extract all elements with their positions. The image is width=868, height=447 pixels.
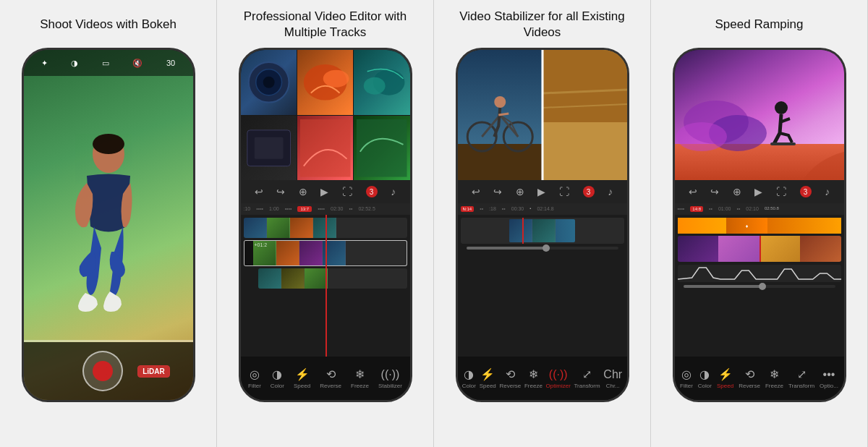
stab-tool-freeze[interactable]: ❄ Freeze <box>524 367 542 389</box>
stab-toolbar: ◑ Color ⚡ Speed ⟲ Reverse ❄ Freeze ((·)) <box>458 357 627 400</box>
panel-stabilizer-title: Video Stabilizer for all Existing Videos <box>440 9 644 41</box>
speed-add-icon[interactable]: ⊕ <box>733 186 741 197</box>
speed-tool-reverse[interactable]: ⟲ Reverse <box>739 367 760 389</box>
speed-tool-color[interactable]: ◑ Color <box>698 367 712 389</box>
speed-tool-transform[interactable]: ⤢ Transform <box>788 367 814 389</box>
speed-music-icon[interactable]: ♪ <box>825 186 830 197</box>
tool-reverse[interactable]: ⟲ Reverse <box>320 367 341 389</box>
speed-transform-icon: ⤢ <box>797 367 807 381</box>
speed-preview <box>675 50 844 180</box>
stab-undo-icon[interactable]: ↩ <box>472 186 480 197</box>
speed-filter-label: Filter <box>680 383 693 389</box>
stab-progress-fill <box>467 247 550 250</box>
thumb-5 <box>297 116 353 181</box>
stab-tool-reverse[interactable]: ⟲ Reverse <box>499 367 521 389</box>
tool-filter[interactable]: ◎ Filter <box>248 367 261 389</box>
stab-progress-handle[interactable] <box>542 244 550 252</box>
speed-timeline-ruler: •••• 14:8 ••01:00•• 02:1002:50.8 <box>675 203 844 215</box>
frame-number: 30 <box>166 59 175 67</box>
clip-thumb-3 <box>290 218 313 238</box>
stab-tool-chroma[interactable]: Chr Chr... <box>603 368 622 389</box>
speed-transform-label: Transform <box>788 383 814 389</box>
badge-icon: 3 <box>366 186 378 197</box>
stabilizer-timeline <box>458 215 627 357</box>
stab-tool-transform[interactable]: ⤢ Transform <box>574 367 600 389</box>
clip-thumb-4 <box>313 218 336 238</box>
speed-preview-svg <box>675 50 844 180</box>
stab-clip-thumb-1 <box>509 219 532 242</box>
play-icon[interactable]: ▶ <box>320 186 328 197</box>
speed-tool-speed[interactable]: ⚡ Speed <box>717 367 733 389</box>
speed-video-track <box>678 236 841 262</box>
stab-redo-icon[interactable]: ↪ <box>493 186 502 197</box>
stabilizer-screen: ↩ ↪ ⊕ ▶ ⛶ 3 ♪ N:14 ••:18••00:30 •02:14.8 <box>458 50 627 400</box>
fullscreen-icon[interactable]: ⛶ <box>342 186 352 197</box>
phone-frame-stabilizer: ↩ ↪ ⊕ ▶ ⛶ 3 ♪ N:14 ••:18••00:30 •02:14.8 <box>456 48 629 402</box>
svg-point-8 <box>364 77 386 95</box>
speed-tool-options[interactable]: ••• Optio... <box>820 368 838 389</box>
thumb-3 <box>354 50 409 115</box>
stab-fullscreen-icon[interactable]: ⛶ <box>559 186 569 197</box>
panel-camera-title: Shoot Videos with Bokeh <box>40 9 176 41</box>
stab-clip-thumb-2 <box>532 219 556 242</box>
tool-color[interactable]: ◑ Color <box>271 367 284 389</box>
speed-speed-icon: ⚡ <box>718 367 733 381</box>
thumb-2 <box>297 50 353 115</box>
music-icon[interactable]: ♪ <box>391 186 396 197</box>
clip-thumb-7 <box>299 241 323 265</box>
stop-icon <box>98 367 107 375</box>
person-silhouette <box>58 132 159 342</box>
speed-progress-handle[interactable] <box>759 283 766 290</box>
svg-point-30 <box>676 122 727 151</box>
camera-toolbar: ✦ ◑ ▭ 🔇 30 <box>24 50 193 76</box>
stab-clip-1 <box>509 219 574 242</box>
add-icon[interactable]: ⊕ <box>299 186 307 197</box>
tool-stabilizer[interactable]: ((·)) Stabilizer <box>378 368 402 389</box>
speed-color-icon: ◑ <box>699 367 710 381</box>
clip-thumb-2 <box>267 218 290 238</box>
speed-freeze-label: Freeze <box>765 383 783 389</box>
stab-tool-optimizer[interactable]: ((·)) Optimizer <box>546 368 571 389</box>
tool-freeze[interactable]: ❄ Freeze <box>351 367 369 389</box>
reverse-label: Reverse <box>320 383 341 389</box>
stab-add-icon[interactable]: ⊕ <box>516 186 524 197</box>
speed-tool-filter[interactable]: ◎ Filter <box>680 367 693 389</box>
svg-rect-27 <box>770 142 796 145</box>
stab-progress-bar <box>467 247 618 250</box>
stab-playhead <box>522 218 524 244</box>
tool-speed[interactable]: ⚡ Speed <box>294 367 310 389</box>
speed-play-icon[interactable]: ▶ <box>754 186 762 197</box>
stab-play-icon[interactable]: ▶ <box>537 186 545 197</box>
svg-rect-10 <box>254 137 283 159</box>
speed-redo-icon[interactable]: ↪ <box>710 186 719 197</box>
speed-fullscreen-icon[interactable]: ⛶ <box>776 186 786 197</box>
panel-editor-title: Professional Video Editor with Multiple … <box>223 9 427 41</box>
speed-undo-icon[interactable]: ↩ <box>689 186 697 197</box>
panel-speed-ramping: Speed Ramping <box>651 0 868 447</box>
redo-icon[interactable]: ↪ <box>276 186 285 197</box>
record-button[interactable] <box>82 351 123 391</box>
stab-speed-label: Speed <box>480 383 496 389</box>
stab-tool-color[interactable]: ◑ Color <box>462 367 476 389</box>
stab-tool-speed[interactable]: ⚡ Speed <box>480 367 496 389</box>
stab-music-icon[interactable]: ♪ <box>608 186 613 197</box>
speed-clip-1 <box>678 236 719 262</box>
svg-point-1 <box>93 134 124 154</box>
speed-tool-freeze[interactable]: ❄ Freeze <box>765 367 783 389</box>
record-inner <box>93 361 113 381</box>
editor-screen: ↩ ↪ ⊕ ▶ ⛶ 3 ♪ :10••••1:00•••• 13:7 ••••0… <box>241 50 410 400</box>
stab-reverse-label: Reverse <box>499 383 521 389</box>
stab-optimizer-label: Optimizer <box>546 383 571 389</box>
speed-icon: ⚡ <box>295 367 310 381</box>
filter-label: Filter <box>248 383 261 389</box>
lidar-badge: LiDAR <box>137 365 170 378</box>
svg-point-18 <box>494 96 506 108</box>
desert-svg <box>542 50 627 180</box>
speed-timeline: ♦ <box>675 215 844 357</box>
undo-icon[interactable]: ↩ <box>255 186 263 197</box>
speed-ramp-track: ♦ <box>678 218 841 234</box>
panel-speed-title: Speed Ramping <box>715 9 804 41</box>
panel-stabilizer: Video Stabilizer for all Existing Videos <box>434 0 651 447</box>
svg-point-6 <box>323 70 349 88</box>
freeze-label: Freeze <box>351 383 369 389</box>
